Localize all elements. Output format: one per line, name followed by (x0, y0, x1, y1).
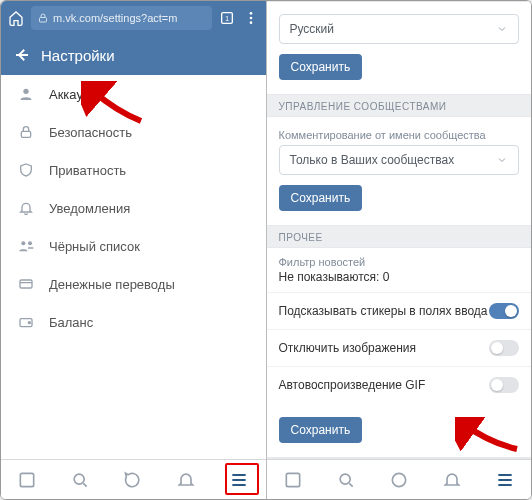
toggle-label: Отключить изображения (279, 341, 416, 355)
sidebar-item-blacklist[interactable]: Чёрный список (1, 227, 266, 265)
commenting-label: Комментирование от имени сообщества (279, 129, 520, 141)
home-icon[interactable] (7, 9, 25, 27)
svg-rect-16 (286, 473, 299, 486)
chevron-down-icon (496, 154, 508, 166)
page-header: Настройки (1, 35, 266, 75)
svg-point-3 (249, 12, 252, 15)
nav-messages-icon[interactable] (388, 469, 410, 491)
person-icon (17, 85, 35, 103)
svg-point-14 (74, 474, 84, 484)
nav-search-icon[interactable] (335, 469, 357, 491)
sidebar-item-account[interactable]: Аккаунт (1, 75, 266, 113)
svg-point-5 (249, 21, 252, 24)
svg-point-18 (392, 473, 405, 486)
page-title: Настройки (41, 47, 115, 64)
bottom-nav (1, 459, 266, 499)
svg-rect-7 (21, 131, 30, 137)
shield-icon (17, 161, 35, 179)
sidebar-item-label: Безопасность (49, 125, 132, 140)
sidebar-item-label: Чёрный список (49, 239, 140, 254)
section-title-communities: УПРАВЛЕНИЕ СООБЩЕСТВАМИ (267, 95, 532, 116)
svg-rect-0 (40, 18, 47, 23)
sidebar-item-notifications[interactable]: Уведомления (1, 189, 266, 227)
bell-icon (17, 199, 35, 217)
svg-point-8 (21, 241, 25, 245)
toggle-switch[interactable] (489, 303, 519, 319)
section-title-other: ПРОЧЕЕ (267, 226, 532, 247)
nav-notifications-icon[interactable] (175, 469, 197, 491)
svg-rect-13 (21, 473, 34, 486)
toggle-label: Подсказывать стикеры в полях ввода (279, 304, 488, 318)
sidebar-item-privacy[interactable]: Приватность (1, 151, 266, 189)
nav-messages-icon[interactable] (122, 469, 144, 491)
bottom-nav (267, 459, 532, 499)
svg-point-6 (23, 89, 28, 94)
nav-menu-icon[interactable] (228, 469, 250, 491)
nav-news-icon[interactable] (16, 469, 38, 491)
toggle-gif-row[interactable]: Автовоспроизведение GIF (267, 366, 532, 403)
toggle-stickers-row[interactable]: Подсказывать стикеры в полях ввода (267, 292, 532, 329)
sidebar-item-balance[interactable]: Баланс (1, 303, 266, 341)
wallet-icon (17, 313, 35, 331)
filter-label: Фильтр новостей (279, 256, 520, 268)
svg-point-17 (340, 474, 350, 484)
news-filter-row[interactable]: Фильтр новостей Не показываются: 0 (267, 247, 532, 292)
sidebar-item-label: Приватность (49, 163, 126, 178)
sidebar-item-transfers[interactable]: Денежные переводы (1, 265, 266, 303)
save-communities-button[interactable]: Сохранить (279, 185, 363, 211)
sidebar-item-label: Баланс (49, 315, 93, 330)
nav-search-icon[interactable] (69, 469, 91, 491)
settings-list: Аккаунт Безопасность Приватность Уведомл… (1, 75, 266, 459)
svg-rect-10 (20, 280, 32, 288)
toggle-images-row[interactable]: Отключить изображения (267, 329, 532, 366)
nav-news-icon[interactable] (282, 469, 304, 491)
card-icon (17, 275, 35, 293)
url-bar[interactable]: m.vk.com/settings?act=m (31, 6, 212, 30)
sidebar-item-security[interactable]: Безопасность (1, 113, 266, 151)
language-select[interactable]: Русский (279, 14, 520, 44)
commenting-select[interactable]: Только в Ваших сообществах (279, 145, 520, 175)
tabs-icon[interactable]: 1 (218, 9, 236, 27)
svg-text:1: 1 (225, 15, 229, 22)
svg-point-12 (28, 322, 30, 324)
url-text: m.vk.com/settings?act=m (53, 12, 177, 24)
filter-value: Не показываются: 0 (279, 270, 520, 284)
nav-notifications-icon[interactable] (441, 469, 463, 491)
blocklist-icon (17, 237, 35, 255)
toggle-label: Автовоспроизведение GIF (279, 378, 426, 392)
svg-point-4 (249, 17, 252, 20)
sidebar-item-label: Аккаунт (49, 87, 96, 102)
browser-chrome: m.vk.com/settings?act=m 1 (1, 1, 266, 35)
save-language-button[interactable]: Сохранить (279, 54, 363, 80)
sidebar-item-label: Уведомления (49, 201, 130, 216)
nav-menu-icon[interactable] (494, 469, 516, 491)
toggle-switch[interactable] (489, 377, 519, 393)
more-icon[interactable] (242, 9, 260, 27)
lock-icon (17, 123, 35, 141)
sidebar-item-label: Денежные переводы (49, 277, 175, 292)
chevron-down-icon (496, 23, 508, 35)
commenting-value: Только в Ваших сообществах (290, 153, 455, 167)
toggle-switch[interactable] (489, 340, 519, 356)
svg-point-9 (28, 241, 32, 245)
save-other-button[interactable]: Сохранить (279, 417, 363, 443)
back-icon[interactable] (13, 46, 31, 64)
language-value: Русский (290, 22, 335, 36)
lock-icon (37, 12, 49, 24)
